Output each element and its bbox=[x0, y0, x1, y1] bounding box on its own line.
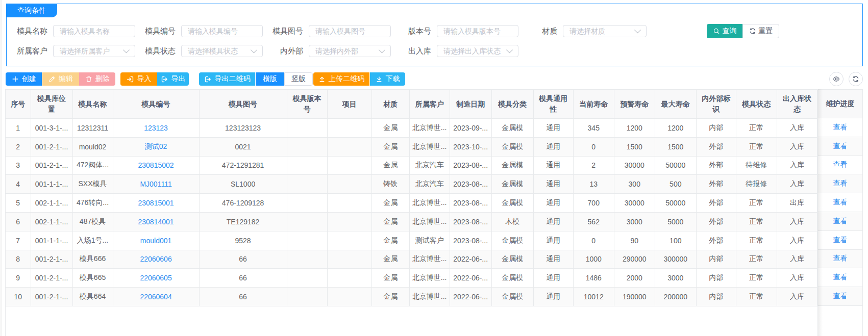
view-link[interactable]: 查看 bbox=[833, 198, 848, 207]
table-cell: 外部 bbox=[696, 231, 736, 250]
table-cell: 通用 bbox=[533, 194, 573, 213]
table-cell: 190000 bbox=[614, 288, 655, 306]
pencil-icon bbox=[48, 75, 56, 83]
table-cell: 9 bbox=[6, 269, 31, 288]
table-cell: mould02 bbox=[72, 137, 113, 156]
reset-button[interactable]: 重置 bbox=[742, 24, 779, 38]
table-cell bbox=[287, 194, 327, 213]
table-cell: 外部 bbox=[696, 156, 736, 175]
table-cell: 001-1-1-... bbox=[31, 231, 72, 250]
delete-button[interactable]: 删除 bbox=[79, 72, 115, 86]
view-link[interactable]: 查看 bbox=[833, 123, 848, 132]
maintenance-progress-cell: 查看 bbox=[818, 137, 862, 156]
view-link[interactable]: 查看 bbox=[833, 217, 848, 226]
mould-code-link[interactable]: mould001 bbox=[140, 237, 172, 245]
create-button[interactable]: 创建 bbox=[6, 72, 42, 86]
table-cell: 001-2-1-... bbox=[31, 288, 72, 306]
table-cell: 487模具 bbox=[72, 212, 113, 231]
table-cell: 通用 bbox=[533, 119, 573, 138]
maintenance-progress-cell: 查看 bbox=[818, 118, 862, 137]
maintenance-progress-cell: 查看 bbox=[818, 174, 862, 193]
view-link[interactable]: 查看 bbox=[833, 179, 848, 188]
input-row1-3[interactable] bbox=[437, 25, 518, 37]
table-cell: 入库 bbox=[777, 137, 817, 156]
view-link[interactable]: 查看 bbox=[833, 273, 848, 282]
table-cell: 001-2-1-... bbox=[31, 250, 72, 269]
download-button-label: 下载 bbox=[386, 74, 400, 84]
table-cell: 7 bbox=[6, 231, 31, 250]
chevron-down-icon bbox=[634, 28, 641, 35]
select-row2-1[interactable]: 请选择模具状态 bbox=[181, 45, 263, 57]
table-cell: 1486 bbox=[573, 269, 614, 288]
table-cell: 金属 bbox=[371, 269, 409, 288]
view-link[interactable]: 查看 bbox=[833, 142, 848, 151]
import-button[interactable]: 导入 bbox=[120, 72, 157, 86]
mould-code-link[interactable]: 测试02 bbox=[145, 142, 167, 150]
table-cell bbox=[327, 250, 371, 269]
table-cell: 北京博世... bbox=[409, 288, 450, 306]
column-header: 材质 bbox=[371, 90, 409, 119]
mould-code-link[interactable]: MJ001111 bbox=[140, 180, 171, 188]
refresh-icon bbox=[749, 28, 756, 35]
column-header: 项目 bbox=[327, 90, 371, 119]
table-cell: 入场1号... bbox=[72, 231, 113, 250]
table-row: 6002-1-1-...487模具230814001TE129182金属北京博世… bbox=[6, 212, 817, 231]
search-button[interactable]: 查询 bbox=[707, 24, 742, 38]
column-header: 模具库位置 bbox=[31, 90, 72, 119]
input-row1-0[interactable] bbox=[53, 25, 135, 37]
table-cell bbox=[287, 212, 327, 231]
table-cell bbox=[287, 156, 327, 175]
mould-code-link[interactable]: 22060604 bbox=[140, 293, 171, 301]
table-cell: 1 bbox=[6, 119, 31, 138]
upload-qr-button[interactable]: 上传二维码 bbox=[313, 72, 369, 86]
table-cell: 500 bbox=[655, 175, 696, 194]
export-button[interactable]: 导出 bbox=[157, 72, 189, 86]
input-row1-2[interactable] bbox=[309, 25, 391, 37]
table-cell: 2023-08-... bbox=[450, 194, 491, 213]
table-cell: 2023-08-... bbox=[450, 212, 491, 231]
mould-code-link[interactable]: 230815002 bbox=[138, 161, 174, 169]
table-cell: 正常 bbox=[736, 119, 777, 138]
table-cell: 12312311 bbox=[72, 119, 113, 138]
table-cell: 001-2-1-... bbox=[31, 137, 72, 156]
select-row1-4[interactable]: 请选择材质 bbox=[563, 25, 647, 37]
table-cell bbox=[287, 269, 327, 288]
edit-button[interactable]: 编辑 bbox=[42, 72, 79, 86]
select-row2-3[interactable]: 请选择出入库状态 bbox=[437, 45, 518, 57]
column-visibility-button[interactable] bbox=[829, 72, 844, 86]
table-row: 10001-2-1-...模具6642206060466金属北京博世...202… bbox=[6, 288, 817, 306]
select-placeholder: 请选择材质 bbox=[569, 27, 605, 35]
horizontal-layout-button[interactable]: 横版 bbox=[256, 72, 284, 86]
input-row1-1[interactable] bbox=[181, 25, 263, 37]
table-cell: 3000 bbox=[614, 212, 655, 231]
mould-code-link[interactable]: 230815001 bbox=[138, 199, 174, 207]
upload-icon bbox=[318, 75, 326, 83]
table-cell: 001-2-1-... bbox=[31, 156, 72, 175]
table-cell: 通用 bbox=[533, 212, 573, 231]
mould-code-link[interactable]: 230814001 bbox=[138, 218, 174, 226]
table-cell: 002-1-1-... bbox=[31, 194, 72, 213]
mould-code-link[interactable]: 22060605 bbox=[140, 274, 171, 282]
export-qr-button[interactable]: 导出二维码 bbox=[199, 72, 255, 86]
mould-code-link[interactable]: 22060606 bbox=[140, 255, 171, 263]
column-header: 出入库状态 bbox=[777, 90, 817, 119]
table-cell: 内部 bbox=[696, 288, 736, 306]
export-icon bbox=[161, 75, 168, 83]
mould-code-link[interactable]: 123123 bbox=[144, 124, 168, 132]
tab-query-conditions[interactable]: 查询条件 bbox=[6, 4, 57, 17]
select-placeholder: 请选择出入库状态 bbox=[443, 47, 501, 55]
download-button[interactable]: 下载 bbox=[370, 72, 405, 86]
table-cell: 北京博世... bbox=[409, 119, 450, 138]
view-link[interactable]: 查看 bbox=[833, 236, 848, 245]
view-link[interactable]: 查看 bbox=[833, 254, 848, 263]
table-cell: 66 bbox=[199, 288, 287, 306]
vertical-layout-button[interactable]: 竖版 bbox=[284, 72, 313, 86]
select-row2-0[interactable]: 请选择所属客户 bbox=[53, 45, 135, 57]
select-row2-2[interactable]: 请选择内外部 bbox=[309, 45, 391, 57]
table-cell: 50000 bbox=[655, 156, 696, 175]
view-link[interactable]: 查看 bbox=[833, 292, 848, 301]
view-link[interactable]: 查看 bbox=[833, 160, 848, 169]
table-cell: 5 bbox=[6, 194, 31, 213]
table-cell: 0021 bbox=[199, 137, 287, 156]
refresh-table-button[interactable] bbox=[849, 72, 863, 86]
